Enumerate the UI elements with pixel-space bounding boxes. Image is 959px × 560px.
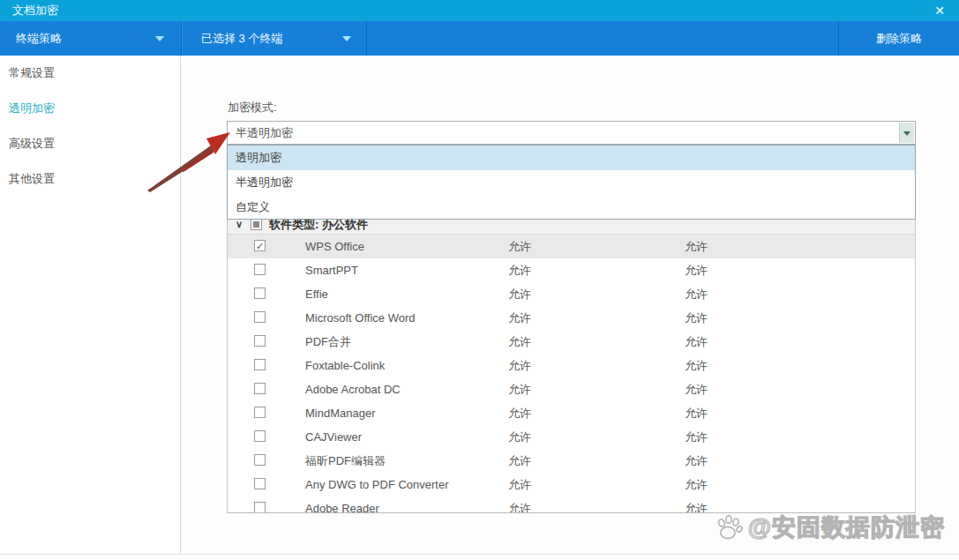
policy-dropdown[interactable]: 终端策略 [0, 21, 181, 56]
document-encryption-window: 文档加密 ✕ 终端策略 已选择 3 个终端 删除策略 常规设置透明加密高级设置其… [0, 0, 959, 560]
table-row[interactable]: Effie允许允许 [228, 282, 915, 306]
row-checkbox[interactable] [254, 502, 266, 513]
permission-1: 允许 [508, 330, 531, 354]
select-dropdown-button[interactable] [899, 123, 914, 143]
software-table: ∨ 软件类型: 办公软件 ✓WPS Office允许允许SmartPPT允许允许… [227, 214, 916, 513]
permission-2: 允许 [685, 235, 708, 258]
title-bar: 文档加密 ✕ [0, 0, 959, 21]
permission-1: 允许 [508, 235, 531, 258]
table-row[interactable]: CAJViewer允许允许 [228, 425, 915, 449]
permission-2: 允许 [685, 258, 708, 282]
permission-2: 允许 [685, 354, 708, 377]
encryption-mode-dropdown-list: 透明加密半透明加密自定义 [227, 145, 916, 220]
dropdown-option[interactable]: 透明加密 [228, 146, 915, 170]
row-checkbox[interactable] [254, 383, 266, 394]
row-checkbox[interactable] [254, 454, 266, 466]
app-name: Adobe Acrobat DC [305, 377, 401, 401]
app-name: CAJViewer [305, 425, 362, 449]
select-value: 半透明加密 [236, 122, 293, 144]
chevron-down-icon [903, 131, 910, 136]
row-checkbox[interactable] [254, 407, 266, 418]
app-name: PDF合并 [305, 330, 351, 354]
table-row[interactable]: MindManager允许允许 [228, 401, 915, 425]
close-icon[interactable]: ✕ [929, 0, 950, 21]
table-row[interactable]: Microsoft Office Word允许允许 [228, 306, 915, 330]
row-checkbox[interactable]: ✓ [254, 240, 266, 251]
table-row[interactable]: Foxtable-Colink允许允许 [228, 354, 915, 377]
permission-2: 允许 [685, 282, 708, 306]
row-checkbox[interactable] [254, 430, 266, 442]
permission-2: 允许 [685, 330, 708, 354]
app-name: Effie [305, 282, 328, 306]
dropdown-option[interactable]: 自定义 [228, 195, 915, 220]
permission-2: 允许 [685, 497, 708, 513]
permission-2: 允许 [685, 473, 708, 497]
permission-1: 允许 [508, 425, 531, 449]
permission-1: 允许 [508, 258, 531, 282]
delete-policy-button[interactable]: 删除策略 [839, 21, 959, 56]
terminal-dropdown[interactable]: 已选择 3 个终端 [183, 21, 366, 56]
permission-1: 允许 [508, 401, 531, 425]
chevron-down-icon [342, 36, 351, 41]
nav-bar: 终端策略 已选择 3 个终端 删除策略 [0, 21, 959, 56]
permission-1: 允许 [508, 473, 531, 497]
bottom-divider [0, 554, 959, 555]
app-name: SmartPPT [305, 258, 358, 282]
chevron-down-icon[interactable]: ∨ [236, 219, 243, 230]
app-name: Adobe Reader [305, 497, 379, 513]
table-row[interactable]: ✓WPS Office允许允许 [228, 235, 915, 258]
terminal-dropdown-label: 已选择 3 个终端 [201, 21, 282, 56]
app-name: Any DWG to PDF Converter [305, 473, 449, 497]
permission-1: 允许 [508, 354, 531, 377]
table-row[interactable]: Adobe Acrobat DC允许允许 [228, 377, 915, 401]
indeterminate-mark [253, 221, 259, 228]
row-checkbox[interactable] [254, 311, 266, 323]
encryption-mode-select[interactable]: 半透明加密 [227, 121, 916, 145]
permission-2: 允许 [685, 425, 708, 449]
app-name: WPS Office [305, 235, 364, 258]
group-checkbox[interactable] [251, 219, 262, 230]
row-checkbox[interactable] [254, 287, 266, 299]
permission-2: 允许 [685, 306, 708, 330]
permission-2: 允许 [685, 377, 708, 401]
row-checkbox[interactable] [254, 359, 266, 370]
table-row[interactable]: Any DWG to PDF Converter允许允许 [228, 473, 915, 497]
row-checkbox[interactable] [254, 478, 266, 489]
row-checkbox[interactable] [254, 335, 266, 347]
table-row[interactable]: 福昕PDF编辑器允许允许 [228, 449, 915, 473]
permission-1: 允许 [508, 497, 531, 513]
permission-1: 允许 [508, 449, 531, 473]
permission-2: 允许 [685, 401, 708, 425]
permission-1: 允许 [508, 282, 531, 306]
window-title: 文档加密 [12, 0, 58, 21]
table-row[interactable]: SmartPPT允许允许 [228, 258, 915, 282]
app-name: 福昕PDF编辑器 [305, 449, 386, 473]
watermark: @安固数据防泄密 [714, 511, 945, 543]
permission-2: 允许 [685, 449, 708, 473]
watermark-text: @安固数据防泄密 [748, 511, 945, 543]
permission-1: 允许 [508, 306, 531, 330]
app-name: Microsoft Office Word [305, 306, 416, 330]
annotation-arrow [132, 110, 243, 198]
sidebar-item[interactable]: 常规设置 [0, 63, 180, 83]
policy-dropdown-label: 终端策略 [16, 21, 62, 56]
row-checkbox[interactable] [254, 264, 266, 275]
app-name: Foxtable-Colink [305, 354, 385, 377]
paw-icon [714, 511, 745, 543]
dropdown-option[interactable]: 半透明加密 [228, 170, 915, 195]
chevron-down-icon [155, 36, 164, 41]
permission-1: 允许 [508, 377, 531, 401]
table-row[interactable]: PDF合并允许允许 [228, 330, 915, 354]
nav-divider [366, 21, 367, 56]
app-name: MindManager [305, 401, 376, 425]
